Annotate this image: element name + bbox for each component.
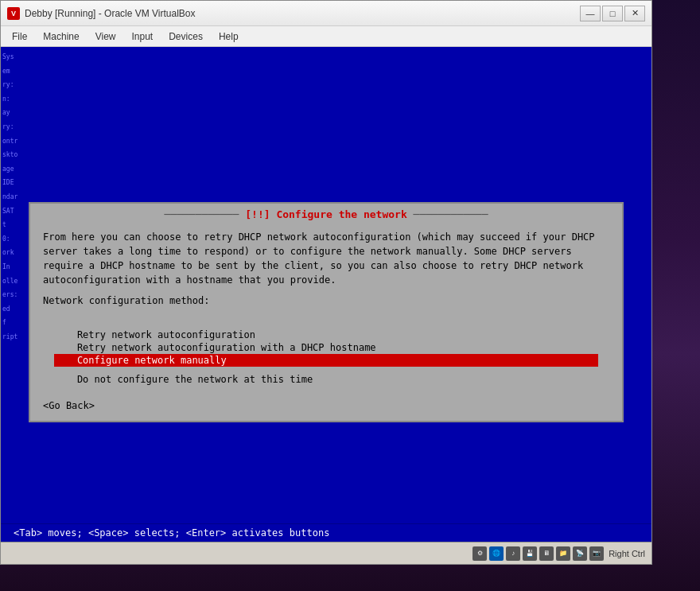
dialog-buttons: <Go Back> [30, 394, 622, 421]
usb-icon: ⚙ [472, 546, 487, 561]
menu-file[interactable]: File [4, 29, 35, 45]
menu-machine[interactable]: Machine [35, 29, 87, 45]
network-method-label: Network configuration method: [43, 294, 609, 308]
vm-sidebar: Sys em ry: n: ay ry: ontr skto age IDE n… [1, 47, 18, 542]
option-no-configure[interactable]: Do not configure the network at this tim… [54, 373, 598, 386]
dialog-options: Retry network autoconfiguration Retry ne… [30, 329, 622, 386]
network-icon: 🌐 [489, 546, 504, 561]
vm-status-bar: <Tab> moves; <Space> selects; <Enter> ac… [1, 523, 651, 542]
window-controls: — □ ✕ [580, 6, 645, 21]
shared-icon: 📁 [556, 546, 570, 561]
title-bar: V Debby [Running] - Oracle VM VirtualBox… [1, 1, 651, 26]
statusbar-icons: ⚙ 🌐 ♪ 💾 🖥 📁 📡 📷 [472, 546, 604, 561]
configure-network-dialog: ──────────── [!!] Configure the network … [29, 202, 624, 422]
menu-devices[interactable]: Devices [161, 29, 211, 45]
option-retry-auto[interactable]: Retry network autoconfiguration [54, 329, 598, 341]
dialog-description: From here you can choose to retry DHCP n… [43, 230, 609, 287]
dialog-title: ──────────── [!!] Configure the network … [30, 204, 622, 224]
option-retry-dhcp[interactable]: Retry network autoconfiguration with a D… [54, 341, 598, 354]
window-title: Debby [Running] - Oracle VM VirtualBox [25, 8, 580, 19]
virtualbox-window: V Debby [Running] - Oracle VM VirtualBox… [0, 0, 652, 565]
vbox-statusbar: ⚙ 🌐 ♪ 💾 🖥 📁 📡 📷 Right Ctrl [1, 542, 651, 564]
vbox-icon: V [7, 7, 20, 20]
maximize-button[interactable]: □ [602, 6, 623, 21]
option-configure-manual[interactable]: Configure network manually [54, 354, 598, 367]
storage-icon: 💾 [523, 546, 537, 561]
audio-icon: ♪ [506, 546, 520, 561]
vm-display: Sys em ry: n: ay ry: ontr skto age IDE n… [1, 47, 651, 542]
minimize-button[interactable]: — [580, 6, 601, 21]
status-text: <Tab> moves; <Space> selects; <Enter> ac… [14, 527, 329, 539]
right-ctrl-label: Right Ctrl [609, 549, 645, 558]
close-button[interactable]: ✕ [624, 6, 645, 21]
menu-input[interactable]: Input [124, 29, 161, 45]
display-icon: 🖥 [539, 546, 554, 561]
menu-help[interactable]: Help [211, 29, 247, 45]
go-back-button[interactable]: <Go Back> [43, 400, 95, 411]
menu-bar: File Machine View Input Devices Help [1, 26, 651, 47]
webcam-icon: 📷 [589, 546, 604, 561]
vrd-icon: 📡 [573, 546, 587, 561]
dialog-body: From here you can choose to retry DHCP n… [30, 224, 622, 321]
menu-view[interactable]: View [88, 29, 124, 45]
